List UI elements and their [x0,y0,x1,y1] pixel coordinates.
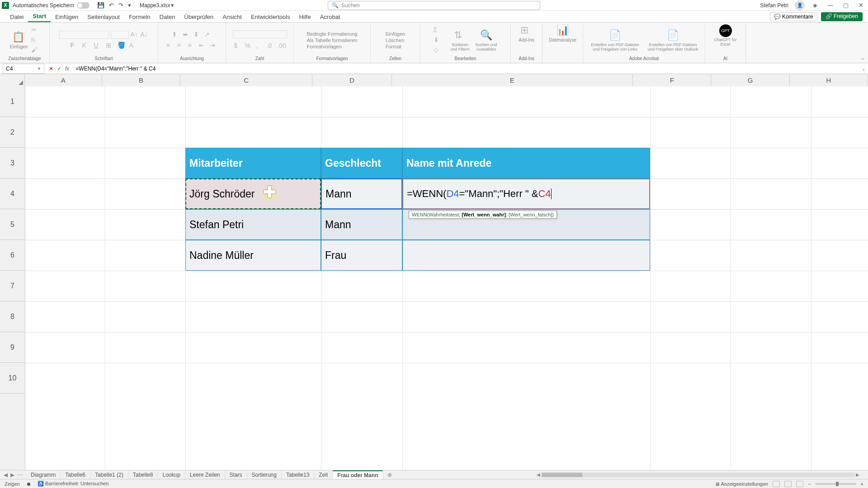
undo-icon[interactable]: ↶ [109,2,114,9]
formula-bar-input[interactable]: =WENN(D4="Mann";"Herr " & C4 [74,66,859,72]
qat-dropdown-icon[interactable]: ▾ [128,2,131,9]
document-name[interactable]: Mappe3.xlsx [140,2,170,9]
paste-icon[interactable]: 📋 [12,31,25,44]
comma-icon[interactable]: , [256,42,264,50]
cells-delete-button[interactable]: Löschen [386,38,405,43]
tab-hilfe[interactable]: Hilfe [295,12,316,22]
zoom-out-icon[interactable]: − [808,481,811,487]
align-right-icon[interactable]: ≡ [188,42,196,50]
cut-icon[interactable]: ✂ [31,26,39,34]
tab-ansicht[interactable]: Ansicht [218,12,246,22]
add-sheet-button[interactable]: ⊕ [383,472,396,478]
col-header-f[interactable]: F [633,74,711,86]
row-header-6[interactable]: 6 [0,240,25,271]
align-center-icon[interactable]: ≡ [177,42,185,50]
orientation-icon[interactable]: ↗ [204,31,212,39]
align-mid-icon[interactable]: ⬌ [183,31,191,39]
tab-seitenlayout[interactable]: Seitenlayout [83,12,124,22]
col-header-h[interactable]: H [790,74,868,86]
cells-insert-button[interactable]: Einfügen [386,31,405,37]
sheet-tab-frau-oder-mann[interactable]: Frau oder Mann [333,470,383,479]
row-header-9[interactable]: 9 [0,332,25,363]
scroll-right-icon[interactable]: ▶ [854,472,861,477]
clear-icon[interactable]: ◇ [434,46,442,54]
name-box[interactable]: C4 ▼ [3,64,44,74]
sheet-tab-diagramm[interactable]: Diagramm [26,471,61,479]
sheet-tab-zeit[interactable]: Zeit [314,471,333,479]
addins-icon[interactable]: ⊞ [520,24,533,37]
acrobat-pdf-link-icon[interactable]: 📄 [609,29,622,42]
tab-start[interactable]: Start [28,11,51,22]
autosum-icon[interactable]: Σ [434,26,442,34]
view-break-icon[interactable] [796,481,803,487]
font-grow-icon[interactable]: A↑ [131,31,139,39]
select-all-corner[interactable] [0,74,25,86]
cell-styles-button[interactable]: Formatvorlagen [307,44,342,49]
cell-c5[interactable]: Stefan Petri [185,209,321,240]
underline-icon[interactable]: U [94,42,102,50]
display-settings[interactable]: 🖥 Anzeigeeinstellungen [715,481,768,487]
currency-icon[interactable]: $ [234,42,242,50]
format-painter-icon[interactable]: 🖌 [31,46,39,54]
sheet-tab-lookup[interactable]: Lookup [158,471,185,479]
formula-confirm-icon[interactable]: ✓ [57,66,61,72]
indent-inc-icon[interactable]: ⇥ [210,42,218,50]
sheet-tab-tabelle1-2[interactable]: Tabelle1 (2) [90,471,128,479]
row-header-3[interactable]: 3 [0,148,25,178]
diamond-icon[interactable]: ◈ [811,2,819,9]
horizontal-scrollbar[interactable]: ◀ ▶ [535,472,861,478]
formula-expand-icon[interactable]: ⌄ [859,66,868,72]
autosave-toggle[interactable] [77,2,90,9]
cell-d5[interactable]: Mann [321,209,402,240]
function-tooltip[interactable]: WENN(Wahrheitstest; [Wert_wenn_wahr]; [W… [409,211,557,219]
user-name[interactable]: Stefan Petri [760,2,788,9]
acrobat-pdf-outlook-icon[interactable]: 📄 [667,29,679,42]
align-left-icon[interactable]: ≡ [166,42,175,50]
tab-prev-icon[interactable]: ◀ [4,472,8,478]
find-select-icon[interactable]: 🔍 [480,29,493,42]
cell-e4[interactable]: =WENN(D4="Mann";"Herr " & C4 [402,178,650,209]
dec-dec-icon[interactable]: .00 [278,42,286,50]
col-header-c[interactable]: C [180,74,312,86]
scroll-left-icon[interactable]: ◀ [535,472,542,477]
sort-filter-icon[interactable]: ⇅ [454,29,467,42]
tab-daten[interactable]: Daten [155,12,180,22]
row-header-7[interactable]: 7 [0,271,25,301]
row-header-8[interactable]: 8 [0,301,25,332]
font-shrink-icon[interactable]: A↓ [141,31,149,39]
indent-dec-icon[interactable]: ⇤ [199,42,207,50]
col-header-d[interactable]: D [312,74,392,86]
fx-icon[interactable]: fx [65,66,69,72]
zoom-slider[interactable] [816,483,856,485]
italic-icon[interactable]: K [82,42,90,50]
col-header-a[interactable]: A [25,74,102,86]
row-header-5[interactable]: 5 [0,209,25,240]
chatgpt-icon[interactable]: GPT [719,24,732,37]
cell-e6[interactable] [402,240,650,271]
view-normal-icon[interactable] [773,481,780,487]
data-analysis-icon[interactable]: 📊 [557,24,569,37]
header-anrede[interactable]: Name mit Anrede [402,148,650,178]
cell-c6[interactable]: Nadine Müller [185,240,321,271]
bold-icon[interactable]: F [71,42,79,50]
col-header-e[interactable]: E [392,74,633,86]
border-icon[interactable]: ⊞ [106,42,114,50]
tab-entwicklertools[interactable]: Entwicklertools [246,12,295,22]
scroll-thumb[interactable] [542,473,582,477]
zoom-in-icon[interactable]: + [861,481,863,487]
fill-icon[interactable]: ⬇ [434,36,442,44]
cond-format-button[interactable]: Bedingte Formatierung [307,31,358,37]
sheet-tab-leere-zeilen[interactable]: Leere Zeilen [185,471,225,479]
tab-einfuegen[interactable]: Einfügen [51,12,83,22]
minimize-button[interactable]: — [826,2,835,9]
tab-datei[interactable]: Datei [5,12,28,22]
sheet-tab-tabelle8[interactable]: Tabelle8 [128,471,158,479]
cell-d6[interactable]: Frau [321,240,402,271]
row-header-4[interactable]: 4 [0,178,25,209]
align-top-icon[interactable]: ⬆ [172,31,180,39]
close-button[interactable]: ✕ [857,2,865,9]
name-box-dropdown-icon[interactable]: ▼ [37,66,41,71]
cells-format-button[interactable]: Format [386,44,401,49]
sheet-tab-stars[interactable]: Stars [225,471,247,479]
accessibility-status[interactable]: ♿ Barrierefreiheit: Untersuchen [38,481,109,487]
